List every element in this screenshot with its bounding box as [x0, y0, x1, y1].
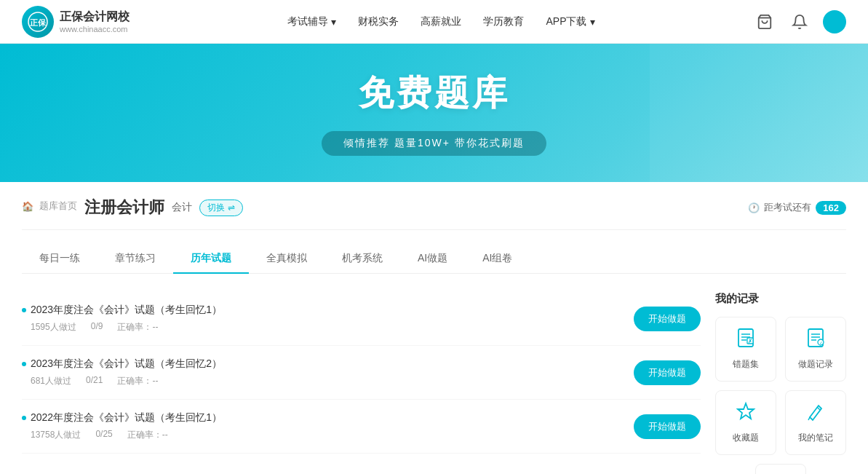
- breadcrumb-right: 🕐 距考试还有 162: [748, 201, 846, 215]
- switch-icon: ⇌: [228, 202, 235, 213]
- tab-ai-compose[interactable]: AI组卷: [465, 245, 530, 274]
- question-meta-3: 13758人做过 0/25 正确率：--: [22, 429, 634, 441]
- question-left-1: 2023年度注会《会计》试题（考生回忆1） 1595人做过 0/9 正确率：--: [22, 304, 634, 333]
- question-left-2: 2023年度注会《会计》试题（考生回忆2） 681人做过 0/21 正确率：--: [22, 358, 634, 387]
- home-icon: 🏠: [22, 201, 33, 212]
- tab-daily[interactable]: 每日一练: [22, 245, 97, 274]
- tab-computer[interactable]: 机考系统: [324, 245, 400, 274]
- days-left-label: 距考试还有: [764, 201, 811, 214]
- favorites-icon: [736, 401, 756, 426]
- svg-text:✓: ✓: [819, 341, 823, 345]
- breadcrumb-home[interactable]: 题库首页: [39, 200, 77, 213]
- dot-icon-2: [22, 362, 26, 366]
- nav-item-exam[interactable]: 考试辅导 ▾: [287, 15, 336, 28]
- dot-icon-3: [22, 416, 26, 420]
- practice-record-label: 做题记录: [798, 358, 833, 371]
- progress-2: 0/21: [86, 375, 103, 387]
- tab-nav: 每日一练 章节练习 历年试题 全真模拟 机考系统 AI做题 AI组卷: [22, 245, 846, 274]
- breadcrumb-left: 🏠 题库首页 注册会计师 会计 切换 ⇌: [22, 197, 243, 218]
- question-meta-1: 1595人做过 0/9 正确率：--: [22, 321, 634, 333]
- breadcrumb-title: 注册会计师: [84, 197, 164, 218]
- people-count-3: 13758人做过: [31, 429, 81, 441]
- table-row: 2023年度注会《会计》试题（考生回忆2） 681人做过 0/21 正确率：--…: [22, 346, 701, 400]
- question-meta-2: 681人做过 0/21 正确率：--: [22, 375, 634, 387]
- notes-label: 我的笔记: [798, 432, 833, 444]
- nav-menu: 考试辅导 ▾ 财税实务 高薪就业 学历教育 APP下载 ▾: [287, 15, 594, 28]
- chevron-down-icon: ▾: [331, 16, 336, 28]
- sidebar-grid: ✗ 错题集 ✓: [715, 317, 846, 474]
- header: 正保 正保会计网校 www.chinaacc.com 考试辅导 ▾ 财税实务 高…: [0, 0, 868, 44]
- nav-item-app[interactable]: APP下载 ▾: [546, 15, 594, 28]
- sidebar-title: 我的记录: [715, 292, 846, 306]
- hero-subtitle: 倾情推荐 题量10W+ 带你花式刷题: [322, 131, 546, 156]
- people-count-2: 681人做过: [31, 375, 71, 387]
- sidebar-records: 我的记录 ✗ 错题集: [715, 292, 846, 474]
- question-list: 2023年度注会《会计》试题（考生回忆1） 1595人做过 0/9 正确率：--…: [22, 292, 701, 474]
- wrong-collection-label: 错题集: [733, 358, 759, 371]
- switch-button[interactable]: 切换 ⇌: [199, 200, 243, 216]
- people-count-1: 1595人做过: [31, 321, 76, 333]
- table-row: 2022年度注会《会计》试题（考生回忆1） 13758人做过 0/25 正确率：…: [22, 400, 701, 454]
- hero-banner: 免费题库 倾情推荐 题量10W+ 带你花式刷题: [0, 44, 868, 182]
- start-button-3[interactable]: 开始做题: [634, 414, 701, 439]
- nav-item-education[interactable]: 学历教育: [483, 15, 524, 28]
- sidebar-card-note[interactable]: 我的笔记: [785, 390, 846, 455]
- tab-mock[interactable]: 全真模拟: [249, 245, 324, 274]
- practice-record-icon: ✓: [805, 328, 826, 352]
- wrong-collection-icon: ✗: [736, 328, 756, 352]
- logo-area[interactable]: 正保 正保会计网校 www.chinaacc.com: [22, 6, 130, 38]
- avatar[interactable]: [823, 10, 846, 33]
- sidebar-card-star[interactable]: 收藏题: [715, 390, 776, 455]
- days-count-badge: 162: [816, 201, 846, 215]
- content-layout: 2023年度注会《会计》试题（考生回忆1） 1595人做过 0/9 正确率：--…: [22, 292, 846, 474]
- breadcrumb-sub: 会计: [172, 201, 192, 214]
- svg-text:✗: ✗: [748, 339, 752, 344]
- table-row: 2023年度注会《会计》试题（考生回忆1） 1595人做过 0/9 正确率：--…: [22, 292, 701, 346]
- dot-icon-1: [22, 308, 26, 312]
- logo-icon: 正保: [22, 6, 54, 38]
- logo-text: 正保会计网校 www.chinaacc.com: [60, 9, 130, 33]
- start-button-1[interactable]: 开始做题: [634, 307, 701, 331]
- nav-item-career[interactable]: 高薪就业: [421, 15, 461, 28]
- progress-3: 0/25: [95, 429, 112, 441]
- clock-icon: 🕐: [748, 202, 760, 213]
- accuracy-1: 正确率：--: [117, 321, 158, 333]
- question-title-2: 2023年度注会《会计》试题（考生回忆2）: [22, 358, 634, 371]
- tab-ai-practice[interactable]: AI做题: [400, 245, 465, 274]
- favorites-label: 收藏题: [733, 432, 759, 444]
- chevron-down-icon-2: ▾: [590, 16, 595, 28]
- breadcrumb: 🏠 题库首页: [22, 200, 77, 213]
- main-content: 🏠 题库首页 注册会计师 会计 切换 ⇌ 🕐 距考试还有 162 每日一练 章节…: [0, 182, 868, 474]
- svg-marker-15: [738, 403, 754, 419]
- logo-url: www.chinaacc.com: [60, 25, 130, 33]
- tab-history[interactable]: 历年试题: [173, 245, 249, 274]
- notes-icon: [805, 401, 826, 426]
- start-button-2[interactable]: 开始做题: [634, 360, 701, 385]
- question-title-1: 2023年度注会《会计》试题（考生回忆1）: [22, 304, 634, 317]
- sidebar-card-report[interactable]: 做题报告: [755, 464, 806, 474]
- hero-title: 免费题库: [359, 70, 510, 116]
- question-left-3: 2022年度注会《会计》试题（考生回忆1） 13758人做过 0/25 正确率：…: [22, 411, 634, 441]
- progress-1: 0/9: [91, 321, 103, 333]
- question-title-3: 2022年度注会《会计》试题（考生回忆1）: [22, 411, 634, 424]
- sidebar-card-wrong[interactable]: ✗ 错题集: [715, 317, 776, 382]
- bell-icon[interactable]: [788, 10, 811, 33]
- svg-text:正保: 正保: [30, 18, 47, 27]
- accuracy-2: 正确率：--: [117, 375, 158, 387]
- accuracy-3: 正确率：--: [127, 429, 168, 441]
- cart-icon[interactable]: [753, 10, 776, 33]
- breadcrumb-header: 🏠 题库首页 注册会计师 会计 切换 ⇌ 🕐 距考试还有 162: [22, 197, 846, 230]
- nav-item-finance[interactable]: 财税实务: [358, 15, 399, 28]
- svg-line-17: [808, 417, 810, 420]
- nav-icons: [753, 10, 846, 33]
- logo-name: 正保会计网校: [60, 9, 130, 25]
- sidebar-card-record[interactable]: ✓ 做题记录: [785, 317, 846, 382]
- tab-chapter[interactable]: 章节练习: [97, 245, 173, 274]
